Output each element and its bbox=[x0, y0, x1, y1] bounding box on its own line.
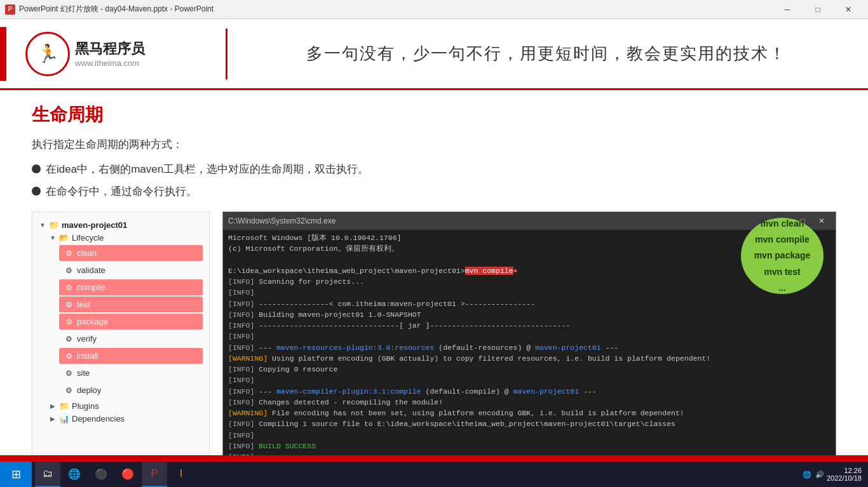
system-tray: 🌐 🔊 bbox=[803, 470, 824, 479]
bullet-list: 在idea中，右侧的maven工具栏，选中对应的生命周期，双击执行。 在命令行中… bbox=[32, 162, 836, 199]
window-title: PowerPoint 幻灯片放映 - day04-Maven.pptx - Po… bbox=[19, 4, 214, 15]
validate-label: validate bbox=[77, 265, 105, 275]
lifecycle-arrow-icon[interactable]: ▼ bbox=[49, 234, 57, 241]
dependencies-row: ▶ 📊 Dependencies bbox=[39, 412, 203, 425]
gear-icon: ⚙ bbox=[64, 386, 73, 395]
package-button[interactable]: ⚙ package bbox=[59, 314, 203, 330]
terminal-line: [WARNING] File encoding has not been set… bbox=[228, 408, 831, 418]
bubble-line-1: mvn clean bbox=[761, 216, 804, 232]
gear-icon: ⚙ bbox=[64, 266, 73, 275]
close-button[interactable]: ✕ bbox=[834, 0, 863, 19]
plugins-folder-icon: 📁 bbox=[59, 401, 69, 411]
bullet-dot-icon bbox=[32, 187, 41, 196]
terminal-line: [WARNING] Using platform encoding (GBK a… bbox=[228, 353, 831, 364]
terminal-title-bar: C:\Windows\System32\cmd.exe ─ □ ✕ bbox=[223, 212, 836, 230]
deploy-button[interactable]: ⚙ deploy bbox=[59, 382, 203, 398]
test-button[interactable]: ⚙ test bbox=[59, 297, 203, 312]
lifecycle-section: ▼ 📂 Lifecycle ⚙ clean ⚙ validate bbox=[39, 231, 203, 398]
plugins-arrow-icon[interactable]: ▶ bbox=[49, 402, 57, 410]
taskbar-right: 🌐 🔊 12:26 2022/10/18 bbox=[803, 467, 868, 482]
clean-label: clean bbox=[77, 248, 97, 258]
network-icon: 🌐 bbox=[803, 470, 811, 479]
vertical-divider bbox=[226, 29, 227, 79]
slide-content: 生命周期 执行指定生命周期的两种方式： 在idea中，右侧的maven工具栏，选… bbox=[0, 90, 868, 455]
install-label: install bbox=[77, 351, 98, 361]
terminal-line: [INFO] Scanning for projects... bbox=[228, 276, 831, 287]
list-item: 在命令行中，通过命令行执行。 bbox=[32, 184, 836, 199]
terminal-line: [INFO] --------------------------------[… bbox=[228, 320, 831, 331]
terminal-line: E:\idea_workspace\itheima_web_project\ma… bbox=[228, 265, 831, 276]
bubble-line-4: mvn test bbox=[764, 264, 801, 280]
volume-icon: 🔊 bbox=[815, 470, 824, 479]
dependencies-label: Dependencies bbox=[72, 414, 125, 424]
terminal-line: [INFO] ----------------< com.itheima:mav… bbox=[228, 298, 831, 309]
gear-icon: ⚙ bbox=[64, 317, 73, 326]
maximize-button[interactable]: □ bbox=[803, 0, 832, 19]
date-display: 2022/10/18 bbox=[827, 474, 862, 482]
gear-icon: ⚙ bbox=[64, 369, 73, 378]
logo-text-area: 黑马程序员 www.itheima.com bbox=[75, 39, 145, 68]
brand-name: 黑马程序员 bbox=[75, 39, 145, 58]
bubble-line-2: mvn compile bbox=[755, 232, 810, 248]
dependencies-arrow-icon[interactable]: ▶ bbox=[49, 415, 57, 422]
two-col: ▼ 📁 maven-project01 ▼ 📂 Lifecycle ⚙ bbox=[32, 211, 836, 455]
plugins-item: ▶ 📁 Plugins bbox=[49, 399, 203, 412]
left-panel: ▼ 📁 maven-project01 ▼ 📂 Lifecycle ⚙ bbox=[32, 211, 210, 455]
taskbar-chrome[interactable]: 🌐 bbox=[62, 462, 87, 487]
terminal-line: [INFO] Changes detected - recompiling th… bbox=[228, 397, 831, 408]
terminal-close-button[interactable]: ✕ bbox=[813, 214, 831, 228]
powerpoint-icon: P bbox=[5, 4, 15, 15]
lifecycle-label: Lifecycle bbox=[72, 233, 104, 243]
project-name: maven-project01 bbox=[62, 220, 127, 230]
intro-text: 执行指定生命周期的两种方式： bbox=[32, 137, 836, 152]
site-button[interactable]: ⚙ site bbox=[59, 365, 203, 381]
terminal-line: [INFO] BUILD SUCCESS bbox=[228, 441, 831, 451]
gear-icon: ⚙ bbox=[64, 352, 73, 361]
plugins-label: Plugins bbox=[72, 401, 99, 411]
logo-circle: 🏃 bbox=[25, 32, 70, 76]
dependencies-item: ▶ 📊 Dependencies bbox=[49, 412, 203, 425]
lifecycle-folder-icon: 📂 bbox=[59, 232, 69, 243]
title-bar: P PowerPoint 幻灯片放映 - day04-Maven.pptx - … bbox=[0, 0, 868, 19]
terminal-line: [INFO] Copying 0 resource bbox=[228, 364, 831, 375]
terminal-line: [INFO] bbox=[228, 287, 831, 298]
website-url: www.itheima.com bbox=[75, 58, 145, 68]
terminal-line: [INFO] bbox=[228, 375, 831, 385]
lifecycle-item: ▼ 📂 Lifecycle bbox=[49, 231, 203, 244]
verify-label: verify bbox=[77, 334, 97, 344]
header-slogan: 多一句没有，少一句不行，用更短时间，教会更实用的技术！ bbox=[237, 43, 855, 65]
minimize-button[interactable]: ─ bbox=[773, 0, 802, 19]
collapse-arrow-icon[interactable]: ▼ bbox=[39, 221, 46, 229]
start-button[interactable]: ⊞ bbox=[0, 462, 32, 487]
taskbar-app[interactable]: ⚫ bbox=[88, 462, 114, 487]
list-item: 在idea中，右侧的maven工具栏，选中对应的生命周期，双击执行。 bbox=[32, 162, 836, 177]
time-display: 12:26 bbox=[827, 467, 862, 474]
taskbar-powerpoint[interactable]: P bbox=[142, 462, 167, 487]
title-controls: ─ □ ✕ bbox=[773, 0, 863, 19]
taskbar-intellij[interactable]: I bbox=[168, 462, 194, 487]
validate-button[interactable]: ⚙ validate bbox=[59, 262, 203, 278]
accent-bar bbox=[0, 27, 6, 81]
terminal-line: [INFO] --- maven-compiler-plugin:3.1:com… bbox=[228, 386, 831, 397]
verify-button[interactable]: ⚙ verify bbox=[59, 331, 203, 347]
compile-button[interactable]: ⚙ compile bbox=[59, 279, 203, 295]
taskbar-file-explorer[interactable]: 🗂 bbox=[35, 462, 60, 487]
deploy-label: deploy bbox=[77, 385, 101, 395]
terminal-line bbox=[228, 255, 831, 265]
bubble-annotation: mvn clean mvn compile mvn package mvn te… bbox=[741, 218, 824, 294]
site-label: site bbox=[77, 368, 90, 378]
clock: 12:26 2022/10/18 bbox=[827, 467, 862, 482]
bullet-text-2: 在命令行中，通过命令行执行。 bbox=[46, 184, 197, 199]
terminal-line: [INFO] Compiling 1 source file to E:\ide… bbox=[228, 418, 831, 429]
install-button[interactable]: ⚙ install bbox=[59, 348, 203, 364]
bubble-line-5: ... bbox=[778, 280, 786, 296]
taskbar-icons: 🗂 🌐 ⚫ 🔴 P I bbox=[32, 462, 197, 487]
gear-icon: ⚙ bbox=[64, 283, 73, 292]
gear-icon: ⚙ bbox=[64, 300, 73, 309]
taskbar-app2[interactable]: 🔴 bbox=[115, 462, 140, 487]
slide-title: 生命周期 bbox=[32, 103, 836, 127]
project-icon: 📁 bbox=[49, 220, 59, 230]
taskbar: ⊞ 🗂 🌐 ⚫ 🔴 P I 🌐 🔊 12:26 2022/10/18 bbox=[0, 462, 868, 487]
clean-button[interactable]: ⚙ clean bbox=[59, 245, 203, 261]
terminal-line: [INFO] bbox=[228, 430, 831, 441]
